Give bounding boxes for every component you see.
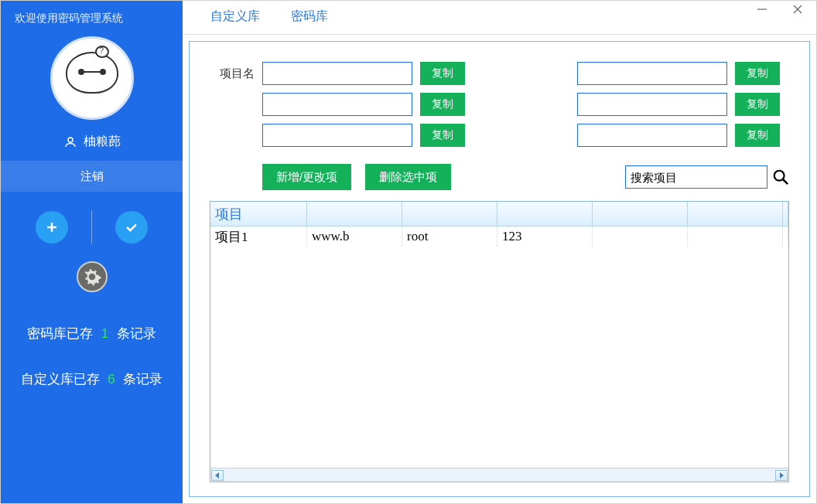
cell-2: root [402, 226, 497, 247]
cell-3: 123 [497, 226, 593, 247]
username: 柚粮蓢 [84, 134, 121, 150]
svg-point-6 [774, 171, 785, 181]
triangle-left-icon [214, 472, 220, 478]
copy-right-3-button[interactable]: 复制 [735, 124, 780, 147]
search-icon[interactable] [772, 169, 789, 186]
close-icon [792, 4, 803, 15]
svg-point-0 [68, 138, 73, 142]
grid-header-0[interactable]: 项目 [210, 202, 307, 226]
copy-left-1-button[interactable]: 复制 [420, 62, 465, 85]
project-name-label: 项目名 [210, 66, 255, 81]
scroll-right-button[interactable] [775, 470, 788, 481]
svg-line-7 [783, 179, 788, 184]
check-icon [124, 220, 139, 235]
right-input-3[interactable] [577, 124, 727, 147]
sidebar: 欢迎使用密码管理系统 柚粮蓢 注销 [1, 1, 183, 503]
grid-header-2[interactable] [402, 202, 497, 226]
cell-4 [593, 226, 688, 247]
copy-right-2-button[interactable]: 复制 [735, 93, 780, 116]
stat-custom: 自定义库已存 6 条记录 [21, 370, 163, 388]
plus-icon [44, 220, 60, 235]
main: 自定义库 密码库 项目名 复制 [183, 1, 816, 503]
left-input-3[interactable] [262, 124, 412, 147]
cell-6 [783, 226, 788, 247]
right-input-2[interactable] [577, 93, 727, 116]
triangle-right-icon [778, 472, 785, 478]
confirm-button[interactable] [115, 211, 148, 243]
cell-5 [688, 226, 783, 247]
grid-header-5[interactable] [688, 202, 783, 226]
logout-button[interactable]: 注销 [1, 161, 183, 192]
app-title: 欢迎使用密码管理系统 [1, 7, 123, 36]
cell-0: 项目1 [210, 226, 307, 247]
grid-header-row: 项目 [210, 202, 788, 226]
tabbar: 自定义库 密码库 [183, 1, 816, 35]
copy-left-2-button[interactable]: 复制 [420, 93, 465, 116]
divider [91, 210, 92, 244]
grid-header-3[interactable] [497, 202, 593, 226]
close-button[interactable] [788, 2, 807, 16]
delete-selected-button[interactable]: 删除选中项 [365, 164, 451, 190]
copy-right-1-button[interactable]: 复制 [735, 62, 780, 85]
scroll-left-button[interactable] [211, 470, 224, 481]
left-input-2[interactable] [262, 93, 412, 116]
add-button[interactable] [36, 211, 68, 243]
grid-header-6[interactable] [783, 202, 788, 226]
user-row: 柚粮蓢 [63, 134, 121, 150]
avatar[interactable] [50, 36, 134, 120]
left-input-1[interactable] [262, 62, 412, 85]
cell-1: www.b [307, 226, 402, 247]
right-input-1[interactable] [577, 62, 727, 85]
svg-marker-8 [215, 472, 219, 478]
search-input[interactable] [625, 165, 767, 189]
grid-header-4[interactable] [593, 202, 688, 226]
copy-left-3-button[interactable]: 复制 [420, 124, 465, 147]
tab-custom[interactable]: 自定义库 [195, 1, 275, 34]
minimize-icon [757, 4, 767, 15]
gear-icon [82, 267, 102, 287]
horizontal-scrollbar[interactable] [210, 468, 788, 482]
settings-button[interactable] [77, 261, 108, 292]
table-row[interactable]: 项目1 www.b root 123 [210, 226, 788, 247]
stat-password: 密码库已存 1 条记录 [27, 325, 156, 342]
grid-header-1[interactable] [307, 202, 402, 226]
data-grid[interactable]: 项目 项目1 www.b root 123 [210, 201, 789, 482]
add-edit-button[interactable]: 新增/更改项 [262, 164, 351, 190]
user-icon [63, 135, 77, 149]
tab-password[interactable]: 密码库 [275, 1, 344, 34]
svg-marker-9 [780, 472, 784, 478]
minimize-button[interactable] [753, 2, 771, 16]
scroll-track[interactable] [224, 470, 775, 481]
